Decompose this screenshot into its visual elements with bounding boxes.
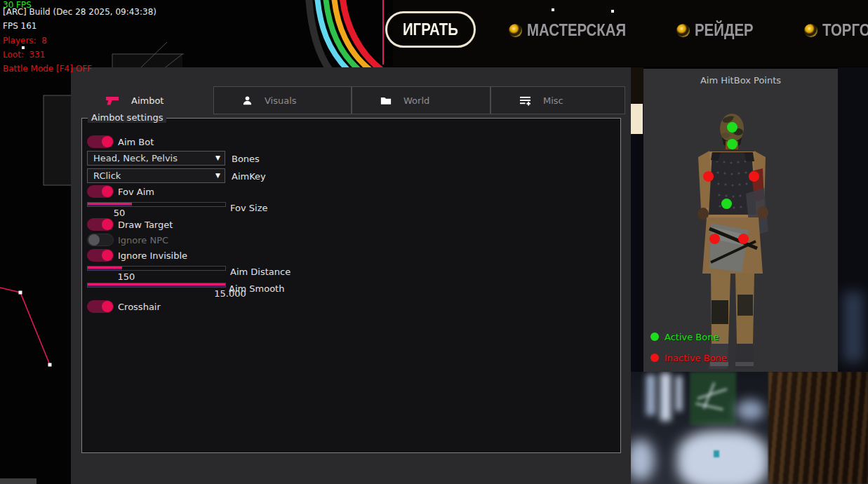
ignore-invisible-toggle[interactable] xyxy=(87,249,114,262)
tab-visuals[interactable]: Visuals xyxy=(213,86,352,114)
hitbox-point-right-knee xyxy=(738,234,749,244)
fov-size-label: Fov Size xyxy=(230,203,267,213)
play-button-label: ИГРАТЬ xyxy=(403,20,458,39)
fps-label: FPS 161 xyxy=(3,21,36,31)
fov-size-value: 50 xyxy=(105,208,133,218)
nav-item-label: МАСТЕРСКАЯ xyxy=(527,20,626,40)
aim-distance-label: Aim Distance xyxy=(230,267,291,277)
active-bone-dot xyxy=(650,332,659,341)
toggle-knob xyxy=(88,234,100,246)
nav-item-traders[interactable]: ТОРГО xyxy=(804,21,868,39)
game-scene-bottom-right xyxy=(631,372,868,484)
legend-inactive-bone: Inactive Bone xyxy=(650,352,727,363)
aim-smooth-slider[interactable] xyxy=(87,283,226,288)
toggle-knob xyxy=(102,250,113,261)
bones-label: Bones xyxy=(232,154,260,164)
nav-item-raider[interactable]: РЕЙДЕР xyxy=(676,21,763,39)
wood-structure xyxy=(768,372,868,484)
screen: 30 FPS [ARC] Build (Dec 28 2025, 09:43:3… xyxy=(0,0,868,484)
tab-aimbot[interactable]: Aimbot xyxy=(71,86,213,114)
tab-label: World xyxy=(403,95,429,106)
game-texture xyxy=(631,67,643,104)
cheat-menu-panel: Aimbot Visuals World Misc Aimbot setting… xyxy=(71,67,631,484)
nav-item-workshop[interactable]: МАСТЕРСКАЯ xyxy=(509,21,643,39)
tab-label: Misc xyxy=(543,95,563,106)
slider-fill xyxy=(88,203,132,206)
aimbot-settings-group: Aimbot settings Aim Bot Head, Neck, Pelv… xyxy=(81,118,621,453)
aim-distance-value: 150 xyxy=(112,271,140,282)
coin-icon xyxy=(509,24,522,37)
toggle-knob xyxy=(102,136,113,147)
game-light-object xyxy=(631,104,643,134)
tab-world[interactable]: World xyxy=(352,86,490,114)
ignore-npc-label: Ignore NPC xyxy=(118,235,168,246)
hitbox-point-left-knee xyxy=(709,234,720,244)
coin-icon xyxy=(676,24,690,37)
hitbox-panel: Aim HitBox Points xyxy=(643,69,838,372)
fov-aim-toggle[interactable] xyxy=(87,185,114,198)
fov-size-slider[interactable] xyxy=(87,202,226,207)
esp-line-left xyxy=(0,288,50,365)
aim-bot-label: Aim Bot xyxy=(118,137,154,147)
coin-icon xyxy=(804,24,817,37)
tab-label: Aimbot xyxy=(131,95,163,106)
hitbox-point-left-arm xyxy=(703,171,714,182)
light-blob xyxy=(631,439,655,481)
toggle-knob xyxy=(102,301,113,312)
legend-label: Active Bone xyxy=(665,332,719,342)
folder-icon xyxy=(380,96,392,105)
draw-target-toggle[interactable] xyxy=(87,218,114,231)
game-glow xyxy=(843,292,863,362)
chevron-down-icon: ▼ xyxy=(215,154,220,161)
playlist-add-icon xyxy=(519,95,531,106)
hitbox-point-head xyxy=(727,122,737,133)
light-strip xyxy=(660,373,671,421)
tab-misc[interactable]: Misc xyxy=(490,86,625,114)
game-right-strip xyxy=(838,67,868,372)
legend-label: Inactive Bone xyxy=(665,353,727,363)
nav-item-label: ТОРГО xyxy=(822,20,868,40)
toggle-knob xyxy=(102,186,113,197)
light-blob xyxy=(736,400,764,421)
crosshair-toggle[interactable] xyxy=(87,300,114,313)
hitbox-point-neck xyxy=(727,139,737,149)
players-count: Players: 8 xyxy=(3,36,47,46)
inactive-bone-dot xyxy=(650,354,659,362)
hitbox-point-pelvis xyxy=(721,199,732,209)
aimkey-dropdown[interactable]: RClick ▼ xyxy=(87,168,225,183)
hitbox-points-layer xyxy=(643,69,838,372)
slider-fill xyxy=(88,283,225,287)
fov-aim-label: Fov Aim xyxy=(118,187,154,197)
build-label: [ARC] Build (Dec 28 2025, 09:43:38) xyxy=(3,7,156,17)
hitbox-point-right-arm xyxy=(749,171,759,182)
ignore-invisible-label: Ignore Invisible xyxy=(118,250,187,261)
ignore-npc-toggle[interactable] xyxy=(87,234,114,246)
draw-target-label: Draw Target xyxy=(118,220,173,230)
play-button[interactable]: ИГРАТЬ xyxy=(385,11,476,48)
aim-smooth-label: Aim Smooth xyxy=(229,283,284,294)
slider-fill xyxy=(88,267,122,270)
tab-label: Visuals xyxy=(265,95,297,106)
cheat-info-overlay: 30 FPS [ARC] Build (Dec 28 2025, 09:43:3… xyxy=(3,0,13,79)
toggle-knob xyxy=(102,219,113,230)
nav-item-label: РЕЙДЕР xyxy=(695,20,754,40)
battle-mode-status: Battle Mode [F4] OFF xyxy=(3,64,92,74)
aimkey-dropdown-value: RClick xyxy=(93,170,121,181)
game-gap-strip xyxy=(631,67,643,372)
pistol-icon xyxy=(105,95,119,106)
game-edge-bar xyxy=(0,478,36,484)
person-icon xyxy=(242,95,253,106)
legend-active-bone: Active Bone xyxy=(650,331,719,342)
green-sign xyxy=(690,372,736,425)
aim-bot-toggle[interactable] xyxy=(87,135,114,148)
aim-distance-slider[interactable] xyxy=(87,266,226,271)
chevron-down-icon: ▼ xyxy=(215,172,220,179)
bones-dropdown-value: Head, Neck, Pelvis xyxy=(93,153,178,163)
loot-count: Loot: 331 xyxy=(3,50,45,60)
crosshair-label: Crosshair xyxy=(118,302,161,312)
bones-dropdown[interactable]: Head, Neck, Pelvis ▼ xyxy=(87,151,225,166)
aimkey-label: AimKey xyxy=(232,171,266,182)
light-strip xyxy=(676,376,682,411)
light-strip xyxy=(646,375,655,415)
group-title: Aimbot settings xyxy=(88,112,166,123)
